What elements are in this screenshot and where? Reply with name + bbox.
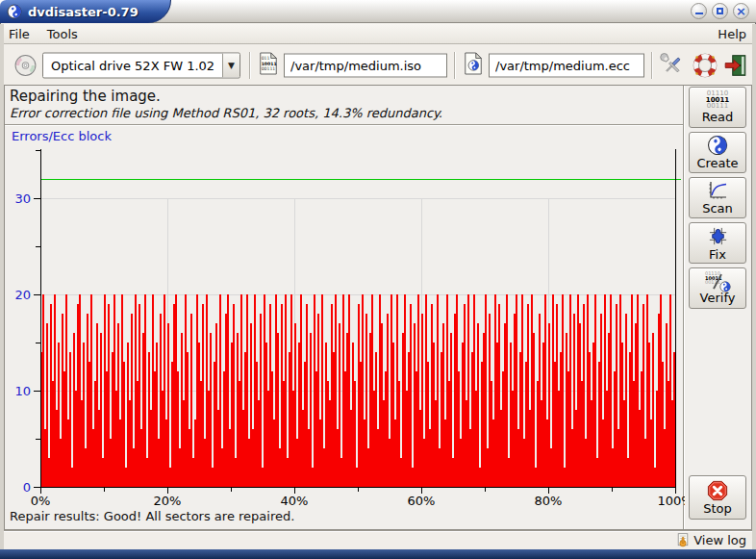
exit-door-icon bbox=[723, 53, 748, 78]
scan-curve-icon bbox=[706, 180, 729, 201]
window-border-bottom bbox=[0, 549, 756, 559]
toolbar-separator bbox=[651, 52, 653, 79]
view-log-label: View log bbox=[693, 533, 746, 547]
quit-button[interactable] bbox=[721, 51, 750, 80]
drive-select[interactable]: Optical drive 52X FW 1.02 ▼ bbox=[42, 52, 240, 78]
scan-button[interactable]: Scan bbox=[689, 177, 746, 218]
stop-button-label: Stop bbox=[703, 501, 732, 516]
window-title: dvdisaster-0.79 bbox=[28, 5, 139, 19]
svg-text:0: 0 bbox=[23, 480, 31, 495]
verify-icon: 01110 10011 00111 bbox=[705, 271, 730, 291]
title-bar[interactable]: dvdisaster-0.79 × bbox=[0, 0, 756, 23]
stop-octagon-icon bbox=[707, 480, 728, 501]
create-button-label: Create bbox=[696, 156, 738, 170]
status-title: Repairing the image. bbox=[10, 88, 161, 105]
view-log-button[interactable]: View log bbox=[675, 532, 746, 548]
minimize-button[interactable] bbox=[691, 3, 707, 19]
title-blob: dvdisaster-0.79 bbox=[0, 0, 171, 23]
stop-button[interactable]: Stop bbox=[689, 475, 746, 520]
toolbar: Optical drive 52X FW 1.02 ▼ 011 10011 00… bbox=[0, 45, 756, 85]
help-button[interactable] bbox=[691, 51, 719, 80]
svg-text:100%: 100% bbox=[657, 494, 685, 508]
svg-text:10011: 10011 bbox=[262, 61, 277, 65]
fix-button-label: Fix bbox=[709, 247, 726, 262]
fix-button[interactable]: Fix bbox=[689, 222, 746, 264]
svg-text:60%: 60% bbox=[408, 494, 436, 508]
toolbar-separator bbox=[454, 52, 456, 79]
chevron-down-icon[interactable]: ▼ bbox=[222, 53, 239, 77]
verify-button-label: Verify bbox=[700, 291, 736, 305]
yinyang-icon bbox=[707, 135, 728, 156]
ecc-file-input[interactable] bbox=[489, 53, 644, 77]
toolbar-separator bbox=[249, 52, 251, 79]
view-log-icon bbox=[675, 532, 691, 548]
svg-text:30: 30 bbox=[14, 191, 31, 206]
svg-text:10: 10 bbox=[14, 384, 31, 398]
svg-text:00111: 00111 bbox=[262, 66, 276, 71]
close-button[interactable]: × bbox=[733, 3, 749, 19]
svg-text:011: 011 bbox=[262, 56, 270, 61]
verify-button[interactable]: 01110 10011 00111 Verify bbox=[689, 267, 746, 309]
create-button[interactable]: Create bbox=[689, 132, 746, 173]
chart-title: Errors/Ecc block bbox=[12, 129, 112, 143]
close-icon: × bbox=[736, 5, 746, 17]
status-subtitle: Error correction file using Method RS01,… bbox=[10, 106, 442, 120]
lifebelt-icon bbox=[693, 53, 718, 78]
drive-select-value: Optical drive 52X FW 1.02 bbox=[43, 58, 222, 72]
svg-text:20: 20 bbox=[14, 288, 31, 302]
preferences-button[interactable] bbox=[658, 51, 687, 80]
status-bar: View log bbox=[4, 530, 752, 549]
menu-help[interactable]: Help bbox=[708, 25, 756, 43]
window-border-right bbox=[752, 24, 756, 549]
minimize-icon bbox=[695, 13, 703, 14]
image-file-input[interactable] bbox=[284, 53, 447, 77]
errors-chart: 01020300%20%40%60%80%100% bbox=[6, 125, 685, 510]
svg-text:40%: 40% bbox=[281, 494, 309, 508]
menu-file[interactable]: File bbox=[0, 25, 38, 43]
svg-text:80%: 80% bbox=[535, 494, 563, 508]
maximize-icon bbox=[717, 8, 723, 14]
svg-text:20%: 20% bbox=[154, 494, 182, 508]
app-logo-yinyang-icon bbox=[7, 4, 22, 19]
menu-tools[interactable]: Tools bbox=[38, 25, 87, 43]
puzzle-piece-icon bbox=[707, 225, 729, 247]
read-button[interactable]: 01110 10011 00111 Read bbox=[689, 87, 746, 128]
binary-icon: 01110 10011 00111 bbox=[706, 90, 729, 110]
maximize-button[interactable] bbox=[712, 3, 728, 19]
repair-result-text: Repair results: Good! All sectors are re… bbox=[10, 509, 294, 523]
tools-wrench-icon bbox=[660, 53, 685, 78]
read-button-label: Read bbox=[702, 110, 734, 124]
menu-bar: File Tools Help bbox=[0, 24, 756, 44]
image-file-icon: 011 10011 00111 bbox=[258, 51, 279, 79]
scan-button-label: Scan bbox=[702, 201, 733, 216]
optical-disc-icon bbox=[13, 53, 38, 77]
app-window: dvdisaster-0.79 × File Tools Help Optica… bbox=[0, 0, 756, 559]
svg-text:0%: 0% bbox=[31, 494, 51, 508]
ecc-file-icon bbox=[463, 51, 484, 79]
